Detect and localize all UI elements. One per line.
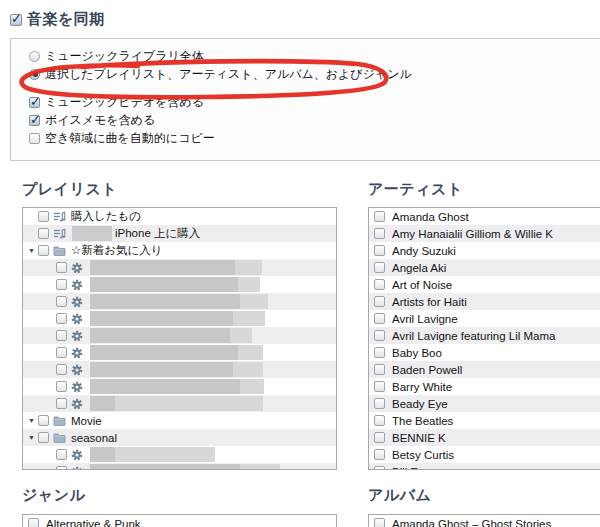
radio-button[interactable] (29, 69, 40, 80)
artist-row: The Beatles (369, 412, 600, 429)
playlist-row: ▼☆新着お気に入り (23, 242, 336, 259)
playlist-checkbox[interactable] (56, 313, 67, 324)
playlist-checkbox[interactable] (38, 415, 49, 426)
redacted-text-block (238, 277, 260, 292)
artist-row: Avril Lavigne featuring Lil Mama (369, 327, 600, 344)
artist-name: Avril Lavigne (391, 313, 458, 325)
artist-row: Amanda Ghost (369, 208, 600, 225)
sync-option-radio-row: 選択したプレイリスト、アーティスト、アルバム、およびジャンル (29, 66, 412, 82)
artist-checkbox[interactable] (374, 398, 385, 409)
artist-checkbox[interactable] (374, 228, 385, 239)
redacted-text-block (90, 277, 238, 292)
playlist-checkbox[interactable] (38, 228, 49, 239)
playlist-checkbox[interactable] (56, 347, 67, 358)
sync-option-checkbox-row: ボイスメモを含める (29, 112, 155, 128)
artist-checkbox[interactable] (374, 466, 385, 470)
sync-music-checkbox[interactable] (10, 14, 22, 26)
album-checkbox[interactable] (374, 518, 385, 527)
redacted-text-block (230, 328, 252, 343)
sync-music-header: 音楽を同期 (10, 10, 105, 29)
artist-name: Art of Noise (391, 279, 452, 291)
redacted-text-block (240, 294, 268, 309)
album-name: Amanda Ghost – Ghost Stories (391, 518, 551, 527)
playlist-row (23, 259, 336, 276)
artist-checkbox[interactable] (374, 364, 385, 375)
option-checkbox[interactable] (29, 133, 40, 144)
redacted-text-block (90, 328, 230, 343)
redacted-text-block (90, 260, 235, 275)
artist-checkbox[interactable] (374, 347, 385, 358)
playlist-row: ▼seasonal (23, 429, 336, 446)
disclosure-triangle-icon[interactable]: ▼ (25, 429, 38, 446)
playlist-checkbox[interactable] (56, 296, 67, 307)
radio-button[interactable] (29, 51, 40, 62)
artist-name: Amanda Ghost (391, 211, 469, 223)
playlist-checkbox[interactable] (56, 279, 67, 290)
option-checkbox[interactable] (29, 97, 40, 108)
sync-options-panel: ミュージックライブラリ全体選択したプレイリスト、アーティスト、アルバム、およびジ… (10, 38, 600, 161)
sync-option-checkbox-row: ミュージックビデオを含める (29, 94, 204, 110)
playlist-checkbox[interactable] (56, 330, 67, 341)
playlist-checkbox[interactable] (56, 398, 67, 409)
genres-list: Alternative & Punk (22, 514, 337, 527)
artist-checkbox[interactable] (374, 415, 385, 426)
playlist-checkbox[interactable] (38, 245, 49, 256)
playlist-checkbox[interactable] (56, 466, 67, 470)
disclosure-triangle-icon[interactable]: ▼ (25, 412, 38, 429)
option-label: ミュージックビデオを含める (45, 94, 204, 111)
playlist-row (23, 310, 336, 327)
sync-option-checkbox-row: 空き領域に曲を自動的にコピー (29, 130, 215, 146)
folder-icon (53, 415, 66, 427)
artist-checkbox[interactable] (374, 313, 385, 324)
albums-heading: アルバム (368, 486, 431, 505)
playlist-checkbox[interactable] (56, 262, 67, 273)
artist-checkbox[interactable] (374, 279, 385, 290)
artist-name: Betsy Curtis (391, 449, 454, 461)
playlist-label: iPhone 上に購入 (114, 226, 200, 241)
artist-row: Angela Aki (369, 259, 600, 276)
redacted-text-block (90, 464, 240, 470)
artist-checkbox[interactable] (374, 211, 385, 222)
playlist-checkbox[interactable] (56, 364, 67, 375)
playlist-row (23, 378, 336, 395)
genre-row: Alternative & Punk (23, 515, 336, 527)
artists-heading: アーティスト (368, 180, 463, 199)
redacted-text-block (90, 294, 240, 309)
gear-icon (71, 347, 84, 359)
playlist-checkbox[interactable] (38, 432, 49, 443)
folder-icon (53, 245, 66, 257)
album-row: Amanda Ghost – Ghost Stories (369, 515, 600, 527)
playlist-row (23, 276, 336, 293)
itunes-sync-music-settings: 音楽を同期 ミュージックライブラリ全体選択したプレイリスト、アーティスト、アルバ… (0, 0, 600, 527)
playlist-checkbox[interactable] (38, 211, 49, 222)
artist-checkbox[interactable] (374, 432, 385, 443)
artist-checkbox[interactable] (374, 330, 385, 341)
artist-name: BENNIE K (391, 432, 446, 444)
genre-checkbox[interactable] (28, 518, 39, 527)
redacted-text-block (115, 447, 215, 462)
artist-row: Betsy Curtis (369, 446, 600, 463)
artist-checkbox[interactable] (374, 245, 385, 256)
gear-icon (71, 262, 84, 274)
artists-list: Amanda GhostAmy Hanaialii Gilliom & Will… (368, 207, 600, 470)
playlist-label: ☆新着お気に入り (70, 243, 163, 258)
redacted-text-block (240, 379, 264, 394)
option-checkbox[interactable] (29, 115, 40, 126)
artist-row: Andy Suzuki (369, 242, 600, 259)
playlist-checkbox[interactable] (56, 381, 67, 392)
artist-row: Art of Noise (369, 276, 600, 293)
artist-checkbox[interactable] (374, 449, 385, 460)
artist-checkbox[interactable] (374, 296, 385, 307)
gear-icon (71, 381, 84, 393)
disclosure-triangle-icon[interactable]: ▼ (25, 242, 38, 259)
artist-row: BENNIE K (369, 429, 600, 446)
artist-checkbox[interactable] (374, 262, 385, 273)
artist-checkbox[interactable] (374, 381, 385, 392)
sync-option-radio-row: ミュージックライブラリ全体 (29, 48, 204, 64)
playlist-checkbox[interactable] (56, 449, 67, 460)
redacted-text-block (240, 464, 280, 470)
redacted-text-block (235, 260, 262, 275)
playlist-row (23, 327, 336, 344)
artist-name: Beady Eye (391, 398, 448, 410)
redacted-text-block (90, 379, 240, 394)
